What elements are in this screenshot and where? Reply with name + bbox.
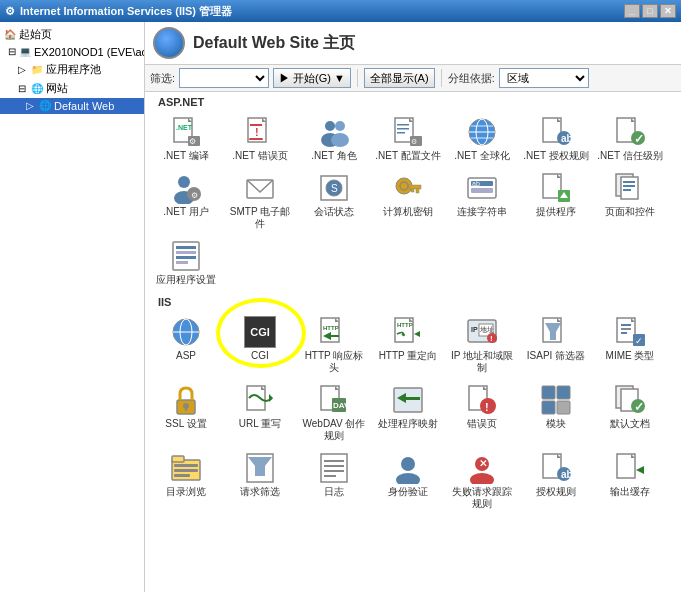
- svg-rect-46: [411, 189, 414, 192]
- sites-icon: 🌐: [31, 83, 43, 95]
- toolbar-separator2: [441, 69, 442, 87]
- title-bar-buttons: _ □ ✕: [624, 4, 676, 18]
- svg-rect-59: [623, 189, 631, 191]
- handler-mapping-label: 处理程序映射: [378, 418, 438, 430]
- svg-rect-57: [623, 181, 635, 183]
- icon-machine-key[interactable]: 计算机密钥: [372, 168, 444, 234]
- svg-rect-44: [409, 185, 421, 189]
- webdav-icon-img: DAV: [318, 384, 350, 416]
- icon-provider[interactable]: 提供程序: [520, 168, 592, 234]
- asp-label: ASP: [176, 350, 196, 362]
- net-global-label: .NET 全球化: [454, 150, 509, 162]
- icon-auth-rules[interactable]: ab 授权规则: [520, 448, 592, 514]
- sidebar-item-defaultweb[interactable]: ▷ 🌐 Default Web: [0, 98, 144, 114]
- auth-rules-icon-img: ab: [540, 452, 572, 484]
- provider-label: 提供程序: [536, 206, 576, 218]
- svg-rect-9: [249, 138, 263, 140]
- sidebar-item-sites[interactable]: ⊟ 🌐 网站: [0, 79, 144, 98]
- icon-handler-mapping[interactable]: 处理程序映射: [372, 380, 444, 446]
- icon-url-rewrite[interactable]: URL 重写: [224, 380, 296, 446]
- isapi-filter-label: ISAPI 筛选器: [527, 350, 585, 362]
- smtp-email-label: SMTP 电子邮件: [226, 206, 294, 230]
- icon-net-auth[interactable]: ab .NET 授权规则: [520, 112, 592, 166]
- icon-request-filter[interactable]: 请求筛选: [224, 448, 296, 514]
- svg-rect-56: [621, 177, 638, 199]
- net-global-icon-img: [466, 116, 498, 148]
- icon-app-settings[interactable]: 应用程序设置: [150, 236, 222, 290]
- net-trust-icon-img: ✓: [614, 116, 646, 148]
- icon-isapi-filter[interactable]: ISAPI 筛选器: [520, 312, 592, 378]
- icon-net-compile[interactable]: .NET ⚙ .NET 编译: [150, 112, 222, 166]
- sidebar-item-server[interactable]: ⊟ 💻 EX2010NOD1 (EVE\ac: [0, 44, 144, 60]
- defaultweb-expand-icon: ▷: [24, 100, 36, 112]
- svg-point-131: [396, 473, 420, 484]
- icon-cgi[interactable]: CGI CGI: [224, 312, 296, 378]
- net-user-icon-img: ⚙: [170, 172, 202, 204]
- svg-point-130: [401, 457, 415, 471]
- start-button[interactable]: ▶ 开始(G) ▼: [273, 68, 351, 88]
- maximize-button[interactable]: □: [642, 4, 658, 18]
- sidebar-item-start[interactable]: 🏠 起始页: [0, 25, 144, 44]
- icon-net-user[interactable]: ⚙ .NET 用户: [150, 168, 222, 234]
- icon-failed-req[interactable]: ✕ 失败请求跟踪规则: [446, 448, 518, 514]
- icon-webdav[interactable]: DAV WebDAV 创作规则: [298, 380, 370, 446]
- icon-net-errorpage[interactable]: ! .NET 错误页: [224, 112, 296, 166]
- svg-text:HTTP: HTTP: [397, 322, 413, 328]
- svg-rect-95: [185, 406, 187, 411]
- icon-auth2[interactable]: 身份验证: [372, 448, 444, 514]
- svg-rect-58: [623, 185, 635, 187]
- icon-conn-string[interactable]: ab 连接字符串: [446, 168, 518, 234]
- svg-rect-45: [416, 189, 419, 193]
- net-user-label: .NET 用户: [163, 206, 208, 218]
- minimize-button[interactable]: _: [624, 4, 640, 18]
- svg-rect-125: [321, 454, 347, 482]
- icon-session-state[interactable]: S 会话状态: [298, 168, 370, 234]
- icon-net-global[interactable]: .NET 全球化: [446, 112, 518, 166]
- icon-http-response[interactable]: HTTP HTTP 响应标头: [298, 312, 370, 378]
- svg-rect-49: [471, 188, 493, 193]
- icon-http-redirect[interactable]: HTTP HTTP 重定向: [372, 312, 444, 378]
- filter-label: 筛选:: [150, 71, 175, 86]
- icon-error-pages[interactable]: ! 错误页: [446, 380, 518, 446]
- net-compile-icon-img: .NET ⚙: [170, 116, 202, 148]
- isapi-filter-icon-img: [540, 316, 572, 348]
- http-redirect-label: HTTP 重定向: [379, 350, 438, 362]
- close-button[interactable]: ✕: [660, 4, 676, 18]
- auth2-label: 身份验证: [388, 486, 428, 498]
- svg-rect-120: [174, 464, 198, 467]
- icon-ip-limit[interactable]: IP 地址 ! IP 地址和域限制: [446, 312, 518, 378]
- modules-label: 模块: [546, 418, 566, 430]
- machine-key-label: 计算机密钥: [383, 206, 433, 218]
- net-auth-icon-img: ab: [540, 116, 572, 148]
- svg-text:✓: ✓: [635, 336, 643, 346]
- sidebar-item-apppool[interactable]: ▷ 📁 应用程序池: [0, 60, 144, 79]
- icon-output-cache[interactable]: 输出缓存: [594, 448, 666, 514]
- svg-marker-76: [414, 331, 420, 337]
- svg-text:✕: ✕: [479, 458, 487, 469]
- icon-net-config[interactable]: ⚙ .NET 配置文件: [372, 112, 444, 166]
- icon-net-role[interactable]: .NET 角色: [298, 112, 370, 166]
- icon-dir-browse[interactable]: 目录浏览: [150, 448, 222, 514]
- net-trust-label: .NET 信任级别: [597, 150, 662, 162]
- net-compile-label: .NET 编译: [163, 150, 208, 162]
- icon-modules[interactable]: 模块: [520, 380, 592, 446]
- http-response-icon-img: HTTP: [318, 316, 350, 348]
- group-select[interactable]: 区域: [499, 68, 589, 88]
- icon-page-control[interactable]: 页面和控件: [594, 168, 666, 234]
- icon-net-trust[interactable]: ✓ .NET 信任级别: [594, 112, 666, 166]
- filter-select[interactable]: [179, 68, 269, 88]
- webdav-label: WebDAV 创作规则: [300, 418, 368, 442]
- icon-logging[interactable]: 日志: [298, 448, 370, 514]
- icon-ssl-settings[interactable]: SSL 设置: [150, 380, 222, 446]
- sidebar-defaultweb-label: Default Web: [54, 100, 114, 112]
- icon-asp[interactable]: ASP: [150, 312, 222, 378]
- page-control-icon-img: [614, 172, 646, 204]
- icon-mime-type[interactable]: ✓ MIME 类型: [594, 312, 666, 378]
- sidebar-sites-label: 网站: [46, 81, 68, 96]
- svg-text:!: !: [255, 126, 259, 138]
- show-all-button[interactable]: 全部显示(A): [364, 68, 435, 88]
- icon-default-doc[interactable]: ✓ 默认文档: [594, 380, 666, 446]
- svg-point-133: [470, 473, 494, 484]
- icon-smtp-email[interactable]: SMTP 电子邮件: [224, 168, 296, 234]
- default-doc-icon-img: ✓: [614, 384, 646, 416]
